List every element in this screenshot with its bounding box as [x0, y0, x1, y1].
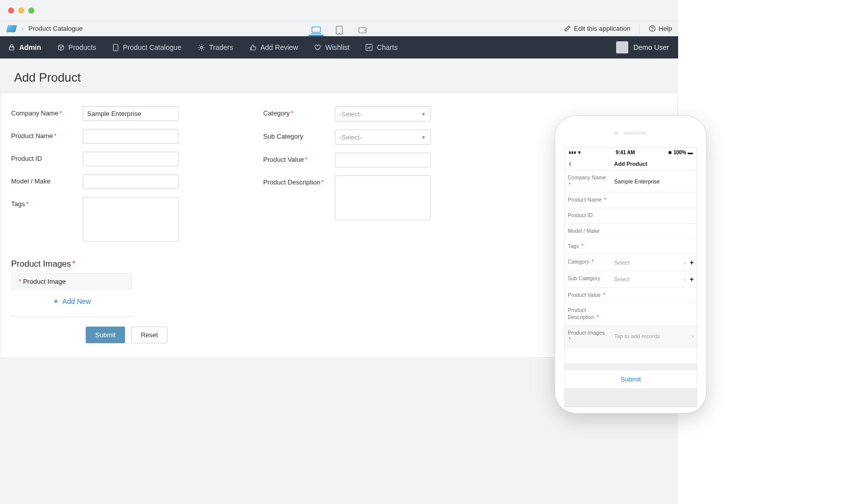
nav-traders[interactable]: Traders: [190, 36, 242, 58]
device-mobile-tab[interactable]: [357, 25, 368, 36]
breadcrumb: › Product Catalogue: [0, 25, 83, 32]
breadcrumb-separator: ›: [21, 25, 23, 32]
chart-icon: [366, 44, 373, 51]
svg-rect-0: [312, 27, 320, 32]
nav-charts[interactable]: Charts: [357, 36, 405, 58]
nav-label: Product Catalogue: [123, 43, 182, 51]
nav-admin[interactable]: Admin: [0, 36, 49, 58]
product-image-header: * Product Image: [11, 273, 132, 290]
toolbar-separator: [639, 24, 640, 33]
svg-point-6: [652, 30, 652, 30]
main-nav: Admin Products Product Catalogue Traders…: [0, 36, 678, 58]
heart-icon: [314, 44, 321, 51]
product-name-input[interactable]: [83, 129, 178, 144]
mobile-images-add[interactable]: Tap to add records›: [611, 326, 697, 347]
nav-label: Admin: [19, 43, 41, 51]
mobile-status-bar: ▮▮▮ ᯤ 9:41 AM ✱ 100% ▬: [565, 148, 697, 157]
mobile-tags-value[interactable]: [611, 239, 697, 254]
mobile-screen: ▮▮▮ ᯤ 9:41 AM ✱ 100% ▬ ‹ Add Product Com…: [564, 147, 697, 407]
description-textarea[interactable]: [335, 175, 431, 220]
chevron-down-icon: ▼: [421, 135, 426, 140]
field-product-value: Product Value*: [263, 149, 485, 171]
nav-add-review[interactable]: Add Review: [242, 36, 307, 58]
chevron-down-icon: ▼: [421, 111, 426, 117]
mobile-preview: ▮▮▮ ᯤ 9:41 AM ✱ 100% ▬ ‹ Add Product Com…: [555, 116, 706, 413]
submit-button[interactable]: Submit: [86, 327, 125, 343]
nav-label: Traders: [209, 43, 233, 51]
field-product-name: Product Name*: [11, 125, 233, 148]
svg-rect-7: [10, 47, 14, 50]
form-grid: Company Name* Product Name* Product ID M…: [1, 102, 485, 248]
add-new-label: Add New: [63, 297, 91, 305]
mobile-product-id-value[interactable]: [611, 208, 697, 223]
window-controls: [0, 0, 678, 21]
mobile-submit-button[interactable]: Submit: [565, 370, 697, 389]
device-tablet-tab[interactable]: [334, 25, 345, 36]
box-icon: [57, 44, 65, 51]
chevron-right-icon: ›: [684, 260, 686, 266]
maximize-window-icon[interactable]: [28, 8, 34, 14]
reset-button[interactable]: Reset: [131, 327, 167, 343]
plus-icon: ＋: [52, 297, 59, 306]
phone-icon: [112, 44, 119, 51]
mobile-category-select[interactable]: Select›+: [611, 255, 697, 271]
battery-status: ✱ 100% ▬: [668, 150, 693, 155]
model-make-label: Model / Make: [11, 174, 77, 185]
tags-textarea[interactable]: [83, 197, 178, 242]
company-name-label: Company Name*: [11, 106, 77, 117]
product-value-input[interactable]: [335, 153, 431, 167]
field-category: Category* -Select- ▼: [263, 102, 485, 125]
field-tags: Tags*: [11, 193, 233, 248]
model-make-input[interactable]: [83, 174, 178, 189]
product-name-label: Product Name*: [11, 129, 77, 140]
lock-icon: [8, 44, 15, 51]
field-model-make: Model / Make: [11, 170, 233, 193]
add-new-button[interactable]: ＋ Add New: [11, 290, 132, 311]
svg-point-4: [365, 30, 365, 30]
svg-point-9: [200, 46, 203, 49]
mobile-subcategory-select[interactable]: Select›+: [611, 271, 697, 287]
nav-label: Add Review: [261, 43, 298, 51]
minimize-window-icon[interactable]: [18, 8, 24, 14]
mobile-product-value[interactable]: [611, 288, 697, 303]
edit-application-link[interactable]: Edit this application: [564, 25, 630, 32]
plus-icon[interactable]: +: [690, 275, 694, 283]
category-label: Category*: [263, 106, 329, 117]
mobile-company-value[interactable]: Sample Enterprise: [611, 170, 697, 192]
field-product-id: Product ID: [11, 148, 233, 170]
chevron-right-icon: ›: [692, 333, 694, 339]
device-desktop-tab[interactable]: [311, 25, 322, 36]
mobile-title: Add Product: [614, 161, 647, 167]
svg-point-2: [339, 33, 340, 34]
device-preview-tabs: [311, 21, 368, 36]
mobile-description-value[interactable]: [611, 303, 697, 325]
nav-products[interactable]: Products: [49, 36, 104, 58]
chevron-right-icon: ›: [684, 276, 686, 282]
plus-icon[interactable]: +: [690, 259, 694, 267]
nav-label: Products: [69, 43, 96, 51]
back-icon[interactable]: ‹: [569, 160, 571, 168]
company-name-input[interactable]: [83, 106, 178, 121]
application-window: › Product Catalogue Edit this applicatio…: [0, 0, 678, 504]
gear-icon: [198, 44, 205, 51]
subcategory-label: Sub Category: [263, 130, 329, 140]
category-select[interactable]: -Select- ▼: [335, 106, 431, 121]
breadcrumb-title[interactable]: Product Catalogue: [28, 25, 83, 32]
app-logo-icon: [6, 25, 17, 32]
product-id-input[interactable]: [83, 152, 178, 166]
edit-application-label: Edit this application: [574, 25, 630, 32]
close-window-icon[interactable]: [8, 8, 14, 14]
subcategory-select[interactable]: -Select- ▼: [335, 130, 431, 145]
user-menu[interactable]: Demo User: [616, 41, 678, 53]
tags-label: Tags*: [11, 197, 77, 208]
top-toolbar: › Product Catalogue Edit this applicatio…: [0, 21, 678, 36]
product-value-label: Product Value*: [263, 153, 329, 163]
mobile-model-value[interactable]: [611, 224, 697, 239]
field-subcategory: Sub Category -Select- ▼: [263, 125, 485, 149]
mobile-product-name-value[interactable]: [611, 193, 697, 208]
mobile-time: 9:41 AM: [616, 150, 635, 155]
subcategory-placeholder: -Select-: [339, 134, 362, 141]
nav-wishlist[interactable]: Wishlist: [306, 36, 357, 58]
help-link[interactable]: Help: [649, 25, 672, 32]
nav-product-catalogue[interactable]: Product Catalogue: [104, 36, 190, 58]
